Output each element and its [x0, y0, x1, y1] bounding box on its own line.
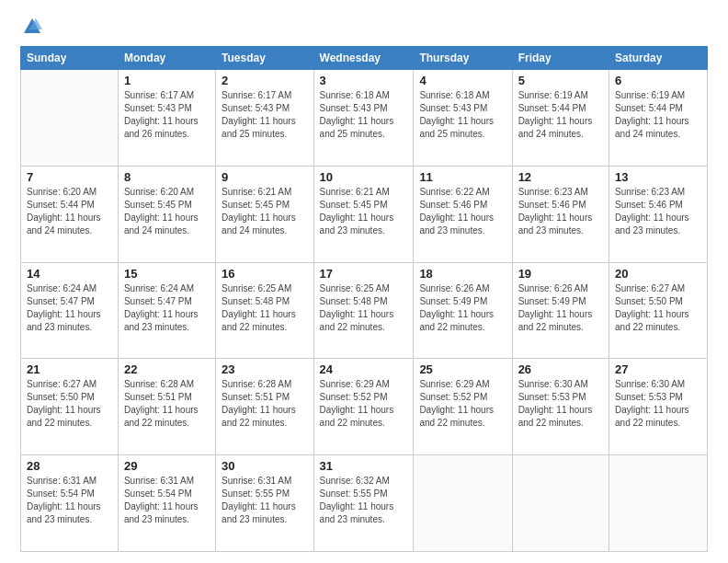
- calendar: SundayMondayTuesdayWednesdayThursdayFrid…: [20, 46, 708, 552]
- day-number: 10: [320, 170, 408, 184]
- daylight-text: Daylight: 11 hours and 22 minutes.: [518, 405, 593, 428]
- calendar-cell: 1Sunrise: 6:17 AMSunset: 5:43 PMDaylight…: [118, 70, 215, 167]
- calendar-cell: 17Sunrise: 6:25 AMSunset: 5:48 PMDayligh…: [313, 262, 414, 359]
- calendar-cell: [21, 70, 119, 167]
- day-info: Sunrise: 6:26 AMSunset: 5:49 PMDaylight:…: [419, 282, 506, 334]
- calendar-cell: 11Sunrise: 6:22 AMSunset: 5:46 PMDayligh…: [414, 166, 512, 262]
- sunset-text: Sunset: 5:52 PM: [320, 392, 388, 402]
- sunrise-text: Sunrise: 6:22 AM: [419, 187, 489, 197]
- calendar-cell: 6Sunrise: 6:19 AMSunset: 5:44 PMDaylight…: [609, 70, 708, 167]
- daylight-text: Daylight: 11 hours and 25 minutes.: [320, 116, 394, 139]
- day-number: 28: [27, 459, 112, 473]
- calendar-week-4: 21Sunrise: 6:27 AMSunset: 5:50 PMDayligh…: [21, 359, 708, 455]
- daylight-text: Daylight: 11 hours and 23 minutes.: [222, 501, 296, 524]
- daylight-text: Daylight: 11 hours and 22 minutes.: [222, 405, 296, 428]
- day-number: 24: [320, 362, 408, 376]
- sunset-text: Sunset: 5:53 PM: [615, 392, 683, 402]
- day-number: 7: [27, 170, 112, 184]
- sunset-text: Sunset: 5:49 PM: [518, 296, 586, 306]
- header-day-tuesday: Tuesday: [216, 47, 313, 70]
- sunrise-text: Sunrise: 6:29 AM: [419, 379, 489, 389]
- calendar-cell: 16Sunrise: 6:25 AMSunset: 5:48 PMDayligh…: [216, 262, 313, 359]
- daylight-text: Daylight: 11 hours and 24 minutes.: [27, 213, 101, 236]
- sunrise-text: Sunrise: 6:29 AM: [320, 379, 390, 389]
- day-number: 1: [124, 74, 210, 87]
- daylight-text: Daylight: 11 hours and 23 minutes.: [27, 309, 101, 332]
- daylight-text: Daylight: 11 hours and 23 minutes.: [124, 501, 199, 524]
- daylight-text: Daylight: 11 hours and 22 minutes.: [320, 309, 394, 332]
- day-info: Sunrise: 6:21 AMSunset: 5:45 PMDaylight:…: [222, 186, 307, 237]
- sunrise-text: Sunrise: 6:23 AM: [615, 187, 685, 197]
- daylight-text: Daylight: 11 hours and 22 minutes.: [615, 309, 689, 332]
- day-number: 3: [320, 74, 408, 87]
- daylight-text: Daylight: 11 hours and 22 minutes.: [419, 405, 494, 428]
- day-number: 4: [419, 74, 506, 87]
- calendar-cell: 30Sunrise: 6:31 AMSunset: 5:55 PMDayligh…: [216, 455, 313, 552]
- daylight-text: Daylight: 11 hours and 23 minutes.: [419, 213, 494, 236]
- day-number: 18: [419, 267, 506, 281]
- sunrise-text: Sunrise: 6:18 AM: [419, 90, 489, 100]
- day-info: Sunrise: 6:17 AMSunset: 5:43 PMDaylight:…: [124, 89, 210, 141]
- calendar-cell: 3Sunrise: 6:18 AMSunset: 5:43 PMDaylight…: [313, 70, 414, 167]
- sunrise-text: Sunrise: 6:30 AM: [615, 379, 685, 389]
- day-info: Sunrise: 6:27 AMSunset: 5:50 PMDaylight:…: [27, 378, 112, 430]
- sunrise-text: Sunrise: 6:17 AM: [124, 90, 194, 100]
- calendar-cell: 8Sunrise: 6:20 AMSunset: 5:45 PMDaylight…: [118, 166, 215, 262]
- sunset-text: Sunset: 5:43 PM: [320, 103, 388, 113]
- day-info: Sunrise: 6:18 AMSunset: 5:43 PMDaylight:…: [419, 89, 506, 141]
- calendar-week-1: 1Sunrise: 6:17 AMSunset: 5:43 PMDaylight…: [21, 70, 708, 167]
- daylight-text: Daylight: 11 hours and 22 minutes.: [518, 309, 593, 332]
- day-info: Sunrise: 6:27 AMSunset: 5:50 PMDaylight:…: [615, 282, 701, 334]
- day-info: Sunrise: 6:25 AMSunset: 5:48 PMDaylight:…: [320, 282, 408, 334]
- sunrise-text: Sunrise: 6:27 AM: [27, 379, 97, 389]
- sunrise-text: Sunrise: 6:26 AM: [518, 283, 588, 293]
- sunset-text: Sunset: 5:44 PM: [518, 103, 586, 113]
- sunrise-text: Sunrise: 6:25 AM: [320, 283, 390, 293]
- daylight-text: Daylight: 11 hours and 24 minutes.: [222, 213, 296, 236]
- sunrise-text: Sunrise: 6:28 AM: [124, 379, 194, 389]
- header-day-monday: Monday: [118, 47, 215, 70]
- day-number: 31: [320, 459, 408, 473]
- day-number: 19: [518, 267, 603, 281]
- day-info: Sunrise: 6:28 AMSunset: 5:51 PMDaylight:…: [222, 378, 307, 430]
- day-number: 17: [320, 267, 408, 281]
- header-area: [20, 17, 708, 37]
- sunset-text: Sunset: 5:45 PM: [124, 200, 192, 210]
- calendar-cell: [609, 455, 708, 552]
- sunset-text: Sunset: 5:50 PM: [27, 392, 95, 402]
- daylight-text: Daylight: 11 hours and 23 minutes.: [27, 501, 101, 524]
- daylight-text: Daylight: 11 hours and 23 minutes.: [124, 309, 199, 332]
- day-info: Sunrise: 6:28 AMSunset: 5:51 PMDaylight:…: [124, 378, 210, 430]
- calendar-cell: [414, 455, 512, 552]
- sunset-text: Sunset: 5:51 PM: [124, 392, 192, 402]
- day-info: Sunrise: 6:30 AMSunset: 5:53 PMDaylight:…: [615, 378, 701, 430]
- calendar-cell: 14Sunrise: 6:24 AMSunset: 5:47 PMDayligh…: [21, 262, 119, 359]
- day-info: Sunrise: 6:20 AMSunset: 5:44 PMDaylight:…: [27, 186, 112, 237]
- sunset-text: Sunset: 5:55 PM: [320, 488, 388, 499]
- day-info: Sunrise: 6:29 AMSunset: 5:52 PMDaylight:…: [320, 378, 408, 430]
- sunrise-text: Sunrise: 6:24 AM: [124, 283, 194, 293]
- daylight-text: Daylight: 11 hours and 23 minutes.: [320, 213, 394, 236]
- sunset-text: Sunset: 5:54 PM: [124, 488, 192, 499]
- sunset-text: Sunset: 5:46 PM: [419, 200, 487, 210]
- sunset-text: Sunset: 5:43 PM: [222, 103, 290, 113]
- day-number: 21: [27, 362, 112, 376]
- day-info: Sunrise: 6:30 AMSunset: 5:53 PMDaylight:…: [518, 378, 603, 430]
- day-number: 11: [419, 170, 506, 184]
- sunrise-text: Sunrise: 6:20 AM: [27, 187, 97, 197]
- calendar-cell: 25Sunrise: 6:29 AMSunset: 5:52 PMDayligh…: [414, 359, 512, 455]
- day-info: Sunrise: 6:19 AMSunset: 5:44 PMDaylight:…: [615, 89, 701, 141]
- day-info: Sunrise: 6:23 AMSunset: 5:46 PMDaylight:…: [615, 186, 701, 237]
- day-number: 5: [518, 74, 603, 87]
- calendar-cell: 18Sunrise: 6:26 AMSunset: 5:49 PMDayligh…: [414, 262, 512, 359]
- day-info: Sunrise: 6:26 AMSunset: 5:49 PMDaylight:…: [518, 282, 603, 334]
- day-number: 12: [518, 170, 603, 184]
- sunset-text: Sunset: 5:54 PM: [27, 488, 95, 499]
- daylight-text: Daylight: 11 hours and 22 minutes.: [320, 405, 394, 428]
- daylight-text: Daylight: 11 hours and 26 minutes.: [124, 116, 199, 139]
- sunset-text: Sunset: 5:44 PM: [615, 103, 683, 113]
- header-day-friday: Friday: [512, 47, 609, 70]
- sunset-text: Sunset: 5:45 PM: [222, 200, 290, 210]
- day-number: 30: [222, 459, 307, 473]
- calendar-week-3: 14Sunrise: 6:24 AMSunset: 5:47 PMDayligh…: [21, 262, 708, 359]
